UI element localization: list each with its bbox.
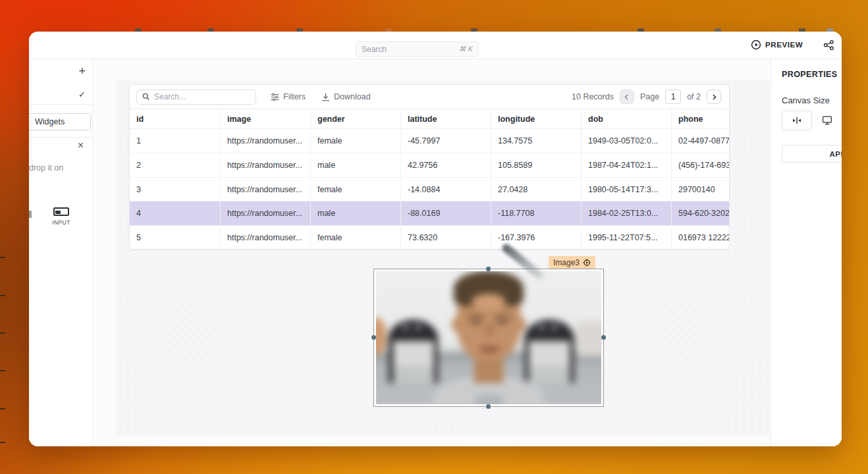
- table-cell: 3: [130, 178, 220, 201]
- drag-drop-hint-text: drop it on: [29, 163, 63, 172]
- table-cell: -45.7997: [400, 129, 491, 153]
- input-widget-icon: [53, 207, 69, 216]
- column-header-phone[interactable]: phone: [671, 109, 730, 128]
- table-cell: 105.8589: [491, 153, 581, 177]
- properties-title: PROPERTIES: [782, 70, 838, 79]
- ruler-tick: [0, 257, 5, 258]
- table-row[interactable]: 2https://randomuser...male42.9756105.858…: [130, 153, 729, 178]
- image-widget[interactable]: [373, 269, 604, 407]
- table-cell: female: [310, 129, 400, 153]
- app-canvas[interactable]: Filters Download 10 Records: [116, 80, 769, 436]
- search-icon: [142, 93, 150, 101]
- table-search-box[interactable]: [136, 90, 256, 105]
- table-body: 1https://randomuser...female-45.7997134.…: [130, 129, 729, 250]
- table-row[interactable]: 5https://randomuser...female73.6320-167.…: [130, 226, 729, 250]
- table-cell: 1: [130, 129, 220, 153]
- table-cell: female: [310, 226, 400, 250]
- table-cell: 134.7575: [491, 129, 581, 153]
- gear-icon[interactable]: [583, 259, 591, 267]
- confirm-icon[interactable]: ✓: [78, 90, 86, 99]
- resize-handle-bottom[interactable]: [486, 404, 491, 409]
- global-search[interactable]: ⌘ K: [356, 41, 479, 57]
- table-cell: -118.7708: [491, 201, 581, 225]
- table-cell: 27.0428: [491, 178, 581, 201]
- column-header-latitude[interactable]: latitude: [400, 109, 491, 128]
- table-row[interactable]: 1https://randomuser...female-45.7997134.…: [130, 129, 729, 153]
- table-cell: 29700140: [671, 178, 730, 201]
- widget-search-input[interactable]: [29, 113, 91, 130]
- image-widget-badge[interactable]: Image3: [549, 256, 595, 269]
- resize-handle-left[interactable]: [371, 335, 376, 340]
- table-pagination: 10 Records Page of 2: [572, 90, 722, 104]
- table-row[interactable]: 4https://randomuser...male-88.0169-118.7…: [130, 201, 729, 226]
- table-widget[interactable]: Filters Download 10 Records: [129, 84, 730, 250]
- close-icon[interactable]: ×: [78, 140, 84, 151]
- table-row[interactable]: 3https://randomuser...female-14.088427.0…: [130, 178, 729, 202]
- preview-button[interactable]: PREVIEW: [751, 40, 803, 50]
- chevron-left-icon: [624, 94, 630, 100]
- download-icon: [321, 93, 330, 101]
- ruler-tick: [0, 408, 5, 409]
- ruler-tick: [0, 442, 5, 443]
- prev-page-button[interactable]: [620, 90, 634, 104]
- table-search-input[interactable]: [154, 92, 240, 101]
- table-cell: 73.6320: [400, 226, 491, 250]
- table-cell: 1984-02-25T13:0...: [581, 201, 671, 225]
- share-button[interactable]: [823, 40, 834, 53]
- ruler-tick: [0, 295, 5, 296]
- filters-button[interactable]: Filters: [271, 92, 306, 101]
- app-builder-window: ⌘ K PREVIEW + ✓ × drop it on: [29, 32, 842, 446]
- search-shortcut-hint: ⌘ K: [459, 45, 473, 53]
- table-cell: 016973 12222: [671, 226, 730, 250]
- table-cell: 594-620-3202: [671, 201, 730, 225]
- page-number-input[interactable]: [665, 90, 681, 104]
- global-search-input[interactable]: [362, 45, 441, 54]
- clipped-widget-fragment: [29, 211, 32, 218]
- table-cell: 4: [130, 201, 220, 225]
- column-header-dob[interactable]: dob: [581, 109, 671, 128]
- editor-main-area: Filters Download 10 Records: [93, 59, 771, 446]
- topbar: ⌘ K PREVIEW: [29, 32, 842, 59]
- image-widget-photo: [376, 271, 601, 404]
- resize-handle-top[interactable]: [486, 267, 491, 271]
- fit-width-icon: [792, 115, 802, 126]
- ruler-tick: [0, 370, 5, 371]
- share-icon: [823, 40, 834, 51]
- next-page-button[interactable]: [707, 90, 721, 104]
- apply-button[interactable]: APP: [782, 145, 842, 163]
- column-header-gender[interactable]: gender: [310, 109, 400, 128]
- table-cell: 1987-04-24T02:1...: [581, 153, 671, 177]
- table-cell: male: [310, 201, 400, 225]
- table-cell: 2: [130, 153, 220, 177]
- chevron-right-icon: [711, 94, 717, 100]
- table-toolbar: Filters Download 10 Records: [130, 85, 729, 109]
- fit-width-button[interactable]: [782, 111, 812, 130]
- play-circle-icon: [751, 40, 761, 50]
- add-page-button[interactable]: +: [78, 65, 86, 77]
- column-header-longitude[interactable]: longitude: [491, 109, 581, 128]
- download-label: Download: [334, 92, 371, 101]
- table-cell: -88.0169: [400, 201, 491, 225]
- monitor-icon: [822, 115, 832, 126]
- column-header-id[interactable]: id: [130, 109, 220, 128]
- table-cell: 02-4497-0877: [671, 129, 730, 153]
- resize-handle-right[interactable]: [601, 335, 606, 340]
- preview-label: PREVIEW: [765, 41, 803, 49]
- desktop-size-button[interactable]: [812, 111, 842, 130]
- widget-sidebar: + ✓ × drop it on INPUT: [29, 59, 93, 446]
- widget-item-input[interactable]: INPUT: [45, 207, 78, 226]
- table-cell: 1980-05-14T17:3...: [581, 178, 671, 201]
- table-cell: https://randomuser...: [220, 178, 310, 201]
- download-button[interactable]: Download: [321, 92, 371, 101]
- canvas-size-label: Canvas Size: [782, 95, 830, 105]
- page-of-label: of 2: [687, 92, 701, 101]
- table-cell: https://randomuser...: [220, 129, 310, 153]
- sidebar-divider: [29, 104, 93, 105]
- table-cell: https://randomuser...: [220, 201, 310, 225]
- sidebar-divider: [29, 137, 93, 138]
- image-widget-name: Image3: [553, 258, 580, 267]
- table-cell: 1949-03-05T02:0...: [581, 129, 671, 153]
- table-cell: 1995-11-22T07:5...: [581, 226, 671, 250]
- column-header-image[interactable]: image: [220, 109, 310, 128]
- widget-item-label: INPUT: [45, 219, 78, 226]
